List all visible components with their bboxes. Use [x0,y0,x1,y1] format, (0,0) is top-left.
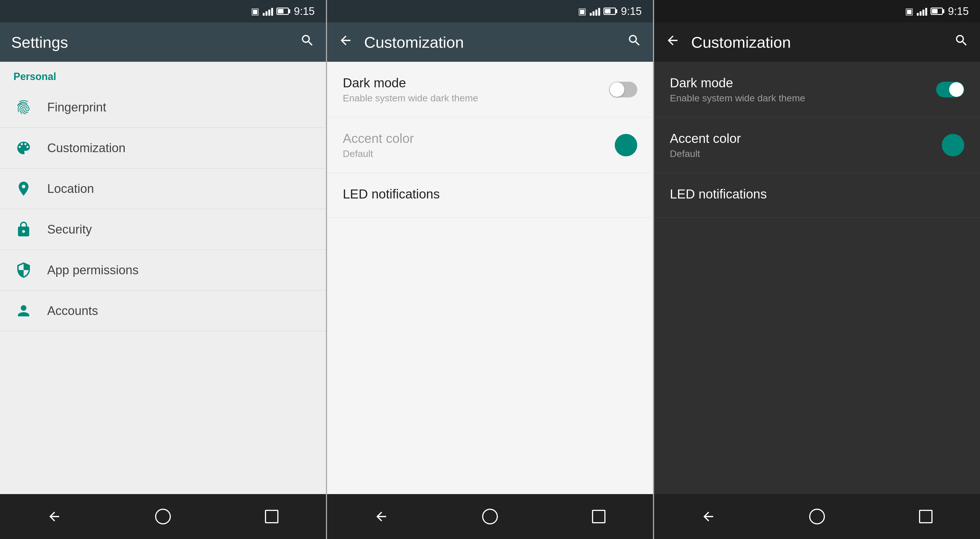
location-label: Location [47,182,94,196]
dark-mode-toggle-light[interactable] [609,82,637,97]
status-time-1: 9:15 [294,5,315,17]
search-button-1[interactable] [300,33,315,51]
led-notifications-item-light[interactable]: LED notifications [327,173,653,217]
nav-back-3[interactable] [697,505,719,528]
dark-mode-text-dark: Dark mode Enable system wide dark theme [670,75,936,104]
accounts-label: Accounts [47,304,98,318]
nav-bar-2 [327,494,653,539]
search-button-2[interactable] [627,33,642,51]
dark-mode-subtitle-dark: Enable system wide dark theme [670,93,936,104]
accent-color-title-light: Accent color [343,131,615,146]
status-time-3: 9:15 [948,5,969,17]
location-icon [13,179,34,199]
nav-bar-3 [654,494,980,539]
back-button-3[interactable] [665,33,680,51]
led-notifications-item-dark[interactable]: LED notifications [654,173,980,217]
status-icons-2: ▣ [578,6,616,17]
nav-bar-1 [0,494,326,539]
nav-home-3[interactable] [806,505,828,528]
dark-mode-text-light: Dark mode Enable system wide dark theme [343,75,609,104]
section-personal: Personal [0,62,326,87]
back-button-2[interactable] [338,33,353,51]
signal-bars [263,7,273,16]
signal-bars-2 [590,7,600,16]
accent-color-text-dark: Accent color Default [670,131,942,159]
dark-mode-item-dark[interactable]: Dark mode Enable system wide dark theme [654,62,980,117]
battery-fill [278,9,283,13]
battery-icon-3 [931,8,943,15]
nav-back-1[interactable] [43,505,65,528]
nav-home-2[interactable] [479,505,501,528]
nav-recents-1[interactable] [261,505,283,528]
accent-color-item-dark[interactable]: Accent color Default [654,117,980,173]
signal-bar-1 [263,13,265,16]
accent-color-item-light[interactable]: Accent color Default [327,117,653,173]
customization-content-dark: Dark mode Enable system wide dark theme … [654,62,980,494]
nav-back-2[interactable] [370,505,393,528]
status-bar-2: ▣ 9:15 [327,0,653,22]
settings-item-app-permissions[interactable]: App permissions [0,250,326,290]
settings-title: Settings [11,33,300,51]
settings-content: Personal Fingerprint Customization [0,62,326,494]
dark-mode-toggle-dark[interactable] [936,82,964,97]
settings-item-accounts[interactable]: Accounts [0,290,326,331]
security-icon [13,219,34,239]
settings-item-security[interactable]: Security [0,209,326,250]
dark-mode-title-light: Dark mode [343,75,609,90]
settings-item-fingerprint[interactable]: Fingerprint [0,87,326,128]
dark-mode-title-dark: Dark mode [670,75,936,90]
accent-color-text-light: Accent color Default [343,131,615,159]
battery-icon [277,8,289,15]
accounts-icon [13,301,34,321]
dark-mode-item-light[interactable]: Dark mode Enable system wide dark theme [327,62,653,117]
signal-bar-4 [271,8,273,16]
customization-title-2: Customization [364,33,627,51]
accent-color-subtitle-light: Default [343,148,615,159]
signal-bar-2-3 [595,10,597,16]
app-permissions-icon [13,260,34,280]
app-bar-3: Customization [654,22,980,62]
dark-mode-subtitle-light: Enable system wide dark theme [343,93,609,104]
led-notifications-title-dark: LED notifications [670,186,964,201]
fingerprint-label: Fingerprint [47,100,106,114]
settings-item-customization[interactable]: Customization [0,128,326,168]
status-icons-3: ▣ [905,6,943,17]
security-label: Security [47,222,92,236]
app-bar-2: Customization [327,22,653,62]
signal-bar-2 [266,11,267,16]
signal-bar-2-4 [598,8,600,16]
signal-bar-3-3 [923,10,924,16]
signal-bars-3 [917,7,927,16]
toggle-knob-dark-mode-light [610,82,624,97]
signal-bar-3-2 [920,11,921,16]
signal-bar-2-1 [590,13,592,16]
toggle-knob-dark-mode-dark [949,82,964,97]
signal-bar-2-2 [593,11,595,16]
vibrate-icon: ▣ [251,6,259,17]
search-button-3[interactable] [954,33,969,51]
led-notifications-text-light: LED notifications [343,186,637,204]
settings-item-location[interactable]: Location [0,168,326,209]
vibrate-icon-2: ▣ [578,6,586,17]
vibrate-icon-3: ▣ [905,6,913,17]
customization-icon [13,138,34,158]
battery-fill-2 [605,9,611,13]
app-permissions-label: App permissions [47,263,138,277]
status-bar-1: ▣ 9:15 [0,0,326,22]
battery-icon-2 [603,8,616,15]
customization-dark-panel: ▣ 9:15 Customization [654,0,980,539]
app-bar-1: Settings [0,22,326,62]
accent-color-title-dark: Accent color [670,131,942,146]
settings-panel: ▣ 9:15 Settings Personal [0,0,326,539]
nav-recents-2[interactable] [587,505,610,528]
customization-label: Customization [47,141,126,155]
nav-home-1[interactable] [152,505,174,528]
status-bar-3: ▣ 9:15 [654,0,980,22]
customization-content-light: Dark mode Enable system wide dark theme … [327,62,653,494]
customization-light-panel: ▣ 9:15 Customization [327,0,653,539]
nav-recents-3[interactable] [915,505,937,528]
signal-bar-3 [268,10,270,16]
signal-bar-3-4 [925,8,927,16]
accent-color-subtitle-dark: Default [670,148,942,159]
accent-color-dot-light [615,134,637,156]
